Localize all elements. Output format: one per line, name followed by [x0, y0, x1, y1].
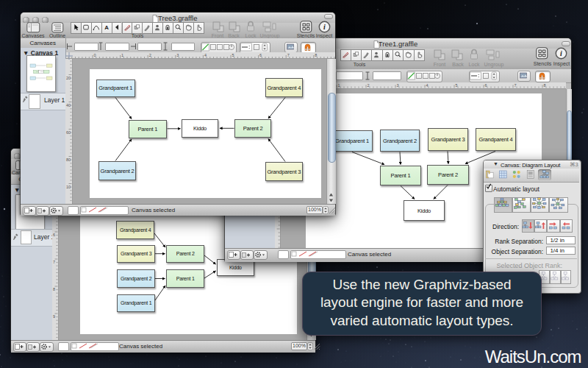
svg-text:i: i: [560, 49, 562, 57]
svg-text:i: i: [323, 23, 326, 31]
svg-text:A: A: [104, 24, 109, 31]
